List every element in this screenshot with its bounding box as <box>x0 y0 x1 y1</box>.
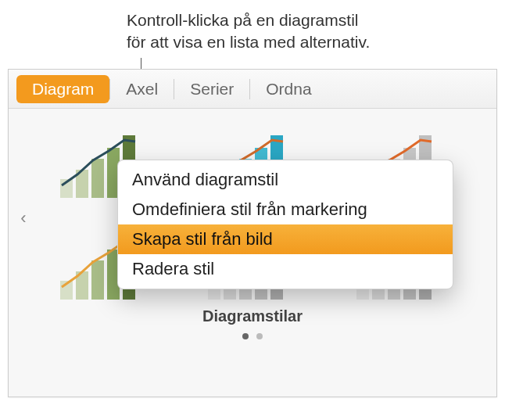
page-dots <box>15 333 490 339</box>
tab-serier[interactable]: Serier <box>174 75 249 103</box>
menu-delete-style[interactable]: Radera stil <box>118 254 453 284</box>
tab-bar: Diagram Axel Serier Ordna <box>9 70 496 109</box>
section-label: Diagramstilar <box>15 307 490 325</box>
chevron-left-icon: ‹ <box>20 208 26 228</box>
tab-diagram[interactable]: Diagram <box>16 75 109 103</box>
context-menu: Använd diagramstil Omdefiniera stil från… <box>117 160 453 289</box>
callout-text: Kontroll-klicka på en diagramstil för at… <box>127 9 370 54</box>
svg-rect-17 <box>91 260 104 300</box>
tab-ordna[interactable]: Ordna <box>250 75 327 103</box>
menu-create-style[interactable]: Skapa stil från bild <box>118 224 453 254</box>
callout-line2: för att visa en lista med alternativ. <box>127 31 370 53</box>
menu-redefine-style[interactable]: Omdefiniera stil från markering <box>118 195 453 224</box>
tab-axel[interactable]: Axel <box>110 75 174 103</box>
menu-apply-style[interactable]: Använd diagramstil <box>118 165 453 195</box>
callout-line1: Kontroll-klicka på en diagramstil <box>127 9 370 31</box>
page-dot-1[interactable] <box>242 333 249 339</box>
page-dot-2[interactable] <box>256 333 263 339</box>
svg-rect-2 <box>91 159 104 198</box>
prev-styles-button[interactable]: ‹ <box>15 203 32 234</box>
